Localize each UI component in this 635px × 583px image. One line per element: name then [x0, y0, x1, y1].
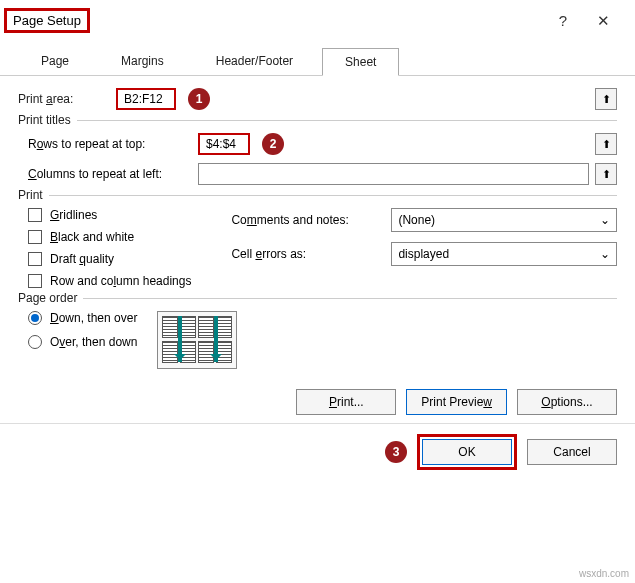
options-button[interactable]: Options...	[517, 389, 617, 415]
title-highlight: Page Setup	[4, 8, 90, 33]
print-area-row: Print area: B2:F12 1 ⬆	[18, 88, 617, 110]
dialog-footer: 3 OK Cancel	[0, 423, 635, 484]
print-area-label: Print area:	[18, 92, 116, 106]
row-col-headings-checkbox[interactable]: Row and column headings	[28, 274, 191, 288]
print-preview-button[interactable]: Print Preview	[406, 389, 507, 415]
errors-label: Cell errors as:	[231, 247, 391, 261]
gridlines-checkbox[interactable]: Gridlines	[28, 208, 191, 222]
title-bar: Page Setup ? ✕	[0, 0, 635, 39]
tab-margins[interactable]: Margins	[98, 47, 187, 75]
close-button[interactable]: ✕	[583, 12, 623, 30]
page-order-group: Page order Down, then over Over, then do…	[18, 298, 617, 369]
tab-header-footer[interactable]: Header/Footer	[193, 47, 316, 75]
page-order-preview-icon	[157, 311, 237, 369]
print-legend: Print	[18, 188, 49, 202]
action-button-row: Print... Print Preview Options...	[0, 375, 635, 423]
tab-strip: Page Margins Header/Footer Sheet	[0, 39, 635, 76]
page-order-legend: Page order	[18, 291, 83, 305]
print-area-ref-icon[interactable]: ⬆	[595, 88, 617, 110]
print-area-input[interactable]: B2:F12	[116, 88, 176, 110]
dialog-title: Page Setup	[13, 13, 81, 28]
cols-repeat-ref-icon[interactable]: ⬆	[595, 163, 617, 185]
over-then-down-radio[interactable]: Over, then down	[28, 335, 137, 349]
print-titles-group: Print titles Rows to repeat at top: $4:$…	[18, 120, 617, 185]
rows-repeat-label: Rows to repeat at top:	[28, 137, 198, 151]
annotation-badge-3: 3	[385, 441, 407, 463]
checkbox-icon	[28, 274, 42, 288]
comments-combo[interactable]: (None)⌄	[391, 208, 617, 232]
checkbox-icon	[28, 252, 42, 266]
chevron-down-icon: ⌄	[600, 213, 610, 227]
annotation-badge-1: 1	[188, 88, 210, 110]
radio-icon	[28, 335, 42, 349]
cols-repeat-row: Columns to repeat at left: ⬆	[18, 163, 617, 185]
errors-combo[interactable]: displayed⌄	[391, 242, 617, 266]
rows-repeat-input[interactable]: $4:$4	[198, 133, 250, 155]
print-button[interactable]: Print...	[296, 389, 396, 415]
cancel-button[interactable]: Cancel	[527, 439, 617, 465]
radio-icon	[28, 311, 42, 325]
tab-page[interactable]: Page	[18, 47, 92, 75]
rows-repeat-row: Rows to repeat at top: $4:$4 2 ⬆	[18, 133, 617, 155]
help-button[interactable]: ?	[543, 12, 583, 29]
checkbox-icon	[28, 208, 42, 222]
ok-button[interactable]: OK	[422, 439, 512, 465]
cols-repeat-input[interactable]	[198, 163, 589, 185]
ok-highlight: OK	[417, 434, 517, 470]
annotation-badge-2: 2	[262, 133, 284, 155]
cols-repeat-label: Columns to repeat at left:	[28, 167, 198, 181]
down-then-over-radio[interactable]: Down, then over	[28, 311, 137, 325]
watermark: wsxdn.com	[579, 568, 629, 579]
print-group: Print Gridlines Black and white Draft qu…	[18, 195, 617, 288]
draft-quality-checkbox[interactable]: Draft quality	[28, 252, 191, 266]
chevron-down-icon: ⌄	[600, 247, 610, 261]
tab-sheet[interactable]: Sheet	[322, 48, 399, 76]
print-titles-legend: Print titles	[18, 113, 77, 127]
black-white-checkbox[interactable]: Black and white	[28, 230, 191, 244]
comments-label: Comments and notes:	[231, 213, 391, 227]
checkbox-icon	[28, 230, 42, 244]
rows-repeat-ref-icon[interactable]: ⬆	[595, 133, 617, 155]
